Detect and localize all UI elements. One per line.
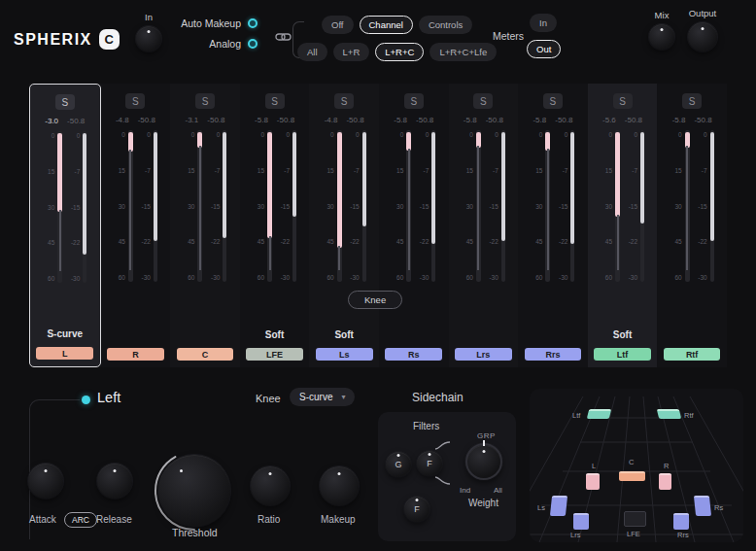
speaker-lfe[interactable] bbox=[624, 511, 646, 527]
solo-button[interactable]: S bbox=[195, 93, 215, 109]
speaker-lrs[interactable] bbox=[573, 513, 589, 530]
analog-toggle[interactable] bbox=[248, 39, 258, 49]
scale-tick: 45 bbox=[183, 238, 194, 245]
level-scale: 015304560 bbox=[462, 130, 473, 282]
scale-tick: -30 bbox=[553, 274, 567, 281]
channel-strip-ltf[interactable]: S -5.6 -50.8 015304560 0-7-15-22-30 Soft… bbox=[588, 84, 658, 367]
output-knob[interactable] bbox=[688, 22, 717, 52]
speaker-c[interactable] bbox=[619, 471, 645, 481]
meter-readout: -5.8 -50.8 bbox=[672, 116, 712, 124]
auto-makeup-toggle[interactable] bbox=[248, 18, 258, 28]
solo-button[interactable]: S bbox=[473, 93, 493, 109]
release-knob[interactable] bbox=[97, 464, 132, 499]
gain-reduction-meter bbox=[223, 130, 226, 282]
channel-meters: 015304560 0-7-15-22-30 bbox=[392, 130, 435, 282]
link-button-lr[interactable]: L+R bbox=[333, 43, 370, 61]
scale-tick: -7 bbox=[693, 167, 707, 174]
input-gain-group: In bbox=[136, 12, 161, 52]
channel-label[interactable]: Rs bbox=[385, 348, 442, 361]
sidechain-gain-knob[interactable]: G bbox=[386, 452, 411, 477]
speaker-r[interactable] bbox=[659, 473, 671, 490]
channel-strip-ls[interactable]: S -4.8 -50.8 015304560 0-7-15-22-30 Soft… bbox=[309, 84, 379, 367]
channel-strip-r[interactable]: S -4.8 -50.8 015304560 0-7-15-22-30 R bbox=[101, 84, 171, 367]
solo-button[interactable]: S bbox=[265, 93, 285, 109]
mode-button-channel[interactable]: Channel bbox=[360, 16, 413, 34]
threshold-value: -50.8 bbox=[416, 116, 433, 124]
scale-tick: 15 bbox=[43, 168, 54, 175]
surround-layout-panel: Ltf Rtf L C R Ls Rs Lrs Rrs LFE bbox=[530, 389, 743, 542]
channel-strip-c[interactable]: S -3.1 -50.8 015304560 0-7-15-22-30 C bbox=[170, 84, 240, 367]
mix-group: Mix bbox=[649, 10, 674, 50]
ratio-knob[interactable] bbox=[251, 466, 290, 505]
channel-strip-rs[interactable]: S -5.8 -50.8 015304560 0-7-15-22-30 Rs bbox=[379, 84, 449, 367]
solo-button[interactable]: S bbox=[404, 93, 424, 109]
meter-readout: -5.6 -50.8 bbox=[602, 116, 642, 124]
meter-readout: -3.1 -50.8 bbox=[185, 116, 224, 124]
speaker-ltf[interactable] bbox=[587, 409, 611, 419]
scale-tick: 0 bbox=[136, 131, 151, 138]
mode-button-controls[interactable]: Controls bbox=[419, 16, 472, 34]
makeup-knob[interactable] bbox=[320, 466, 359, 505]
arc-button[interactable]: ARC bbox=[64, 512, 97, 528]
channel-label[interactable]: Ls bbox=[316, 348, 373, 361]
channel-meters: 015304560 0-7-15-22-30 bbox=[323, 130, 366, 282]
knee-button[interactable]: Knee bbox=[348, 291, 402, 309]
speaker-l[interactable] bbox=[586, 473, 600, 490]
scale-tick: 0 bbox=[65, 132, 80, 139]
input-gain-knob[interactable] bbox=[136, 26, 161, 52]
ind-label: Ind bbox=[460, 486, 470, 495]
threshold-knob[interactable] bbox=[158, 455, 230, 527]
speaker-rs[interactable] bbox=[694, 496, 711, 516]
channel-label[interactable]: L bbox=[36, 347, 93, 360]
speaker-rtf[interactable] bbox=[657, 409, 681, 419]
attack-knob[interactable] bbox=[28, 464, 63, 499]
channel-label[interactable]: Rrs bbox=[525, 348, 582, 361]
channel-link-icon[interactable] bbox=[275, 29, 292, 47]
peak-value: -5.8 bbox=[255, 116, 268, 124]
scale-tick: -15 bbox=[205, 203, 220, 210]
link-button-all[interactable]: All bbox=[297, 43, 327, 61]
channel-label[interactable]: Lrs bbox=[455, 348, 512, 361]
solo-button[interactable]: S bbox=[543, 93, 563, 109]
channel-label[interactable]: Ltf bbox=[594, 348, 651, 361]
lowpass-curve-icon bbox=[434, 472, 451, 490]
link-button-lrclfe[interactable]: L+R+C+Lfe bbox=[430, 43, 497, 61]
peak-value: -3.1 bbox=[185, 116, 198, 124]
mix-knob[interactable] bbox=[649, 24, 674, 50]
channel-strip-lrs[interactable]: S -5.8 -50.8 015304560 0-7-15-22-30 Lrs bbox=[449, 84, 519, 367]
channel-strip-lfe[interactable]: S -5.8 -50.8 015304560 0-7-15-22-30 Soft… bbox=[240, 84, 310, 367]
speaker-rrs[interactable] bbox=[673, 513, 689, 530]
sidechain-lp-freq-knob[interactable]: F bbox=[404, 497, 430, 522]
channel-label[interactable]: Rtf bbox=[664, 348, 721, 361]
gain-reduction-meter bbox=[362, 130, 366, 282]
scale-tick: -22 bbox=[65, 239, 80, 246]
channel-strip-l[interactable]: S -3.0 -50.8 015304560 0-7-15-22-30 S-cu… bbox=[29, 84, 101, 367]
channel-label[interactable]: C bbox=[177, 348, 234, 361]
level-meter-tail bbox=[547, 149, 549, 270]
knee-curve-select[interactable]: S-curve ▾ bbox=[290, 388, 355, 406]
channel-label[interactable]: LFE bbox=[246, 348, 303, 361]
link-button-lrc[interactable]: L+R+C bbox=[375, 43, 424, 61]
solo-button[interactable]: S bbox=[55, 94, 75, 110]
channel-label[interactable]: R bbox=[107, 348, 164, 361]
channel-meters: 015304560 0-7-15-22-30 bbox=[43, 131, 86, 283]
brand-logo: SPHERIX C bbox=[14, 29, 120, 50]
level-meter-tail bbox=[617, 215, 619, 269]
scale-tick: 15 bbox=[183, 167, 194, 174]
scale-tick: 0 bbox=[114, 131, 125, 138]
channel-meters: 015304560 0-7-15-22-30 bbox=[253, 130, 296, 282]
channel-strip-rtf[interactable]: S -5.8 -50.8 015304560 0-7-15-22-30 Rtf bbox=[657, 84, 727, 367]
channel-strip-rrs[interactable]: S -5.8 -50.8 015304560 0-7-15-22-30 Rrs bbox=[518, 84, 588, 367]
solo-button[interactable]: S bbox=[682, 93, 702, 109]
speaker-ls[interactable] bbox=[550, 496, 567, 516]
solo-button[interactable]: S bbox=[125, 93, 145, 109]
mode-button-off[interactable]: Off bbox=[322, 16, 354, 34]
solo-button[interactable]: S bbox=[334, 93, 354, 109]
level-scale: 015304560 bbox=[323, 130, 334, 282]
solo-button[interactable]: S bbox=[613, 93, 633, 109]
meters-out-button[interactable]: Out bbox=[527, 40, 561, 58]
weight-knob[interactable] bbox=[465, 443, 502, 480]
meters-in-button[interactable]: In bbox=[530, 14, 557, 32]
scale-tick: 30 bbox=[392, 203, 403, 210]
gain-reduction-fill bbox=[154, 132, 157, 241]
